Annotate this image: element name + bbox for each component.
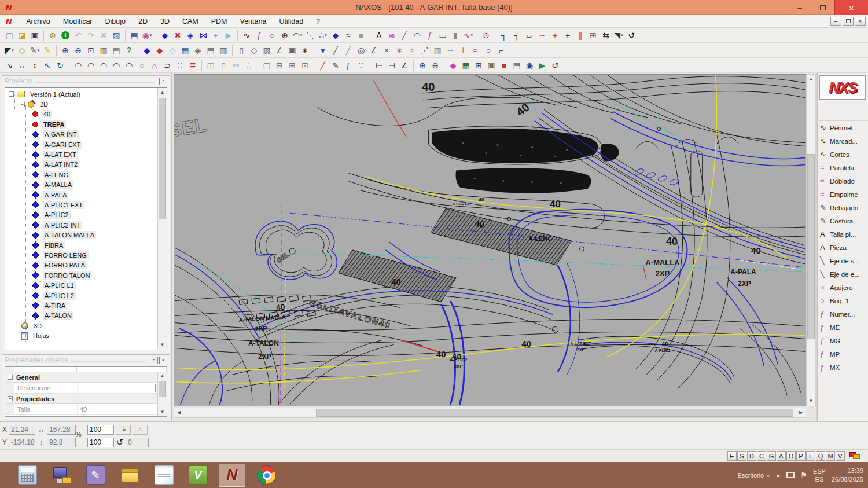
- menu-pdm[interactable]: PDM: [205, 16, 234, 27]
- taskbar-file-explorer[interactable]: [116, 464, 143, 487]
- quick-key-m[interactable]: M: [826, 451, 835, 461]
- pen-tool-button[interactable]: ✎: [329, 59, 342, 72]
- props-scroll-thumb[interactable]: [159, 381, 166, 397]
- snap-arrow-button[interactable]: ◥▾: [612, 29, 625, 42]
- new-piece-button[interactable]: ◆: [329, 29, 342, 42]
- quick-key-g[interactable]: G: [767, 451, 776, 461]
- column-view-button[interactable]: ▯: [235, 44, 248, 57]
- taskbar-design-tool[interactable]: ✎: [82, 464, 109, 487]
- cluster-tool-button[interactable]: ∷: [174, 59, 186, 72]
- prism-tool-button[interactable]: △: [148, 59, 161, 72]
- arc-tool-button[interactable]: ◠▾: [291, 29, 304, 42]
- corner-trim-dotted-button[interactable]: ┑: [510, 29, 523, 42]
- tree-item-a-gar-int[interactable]: A-GAR INT: [5, 130, 157, 140]
- taskbar-naxos[interactable]: N: [219, 464, 245, 487]
- image-view-button[interactable]: ▣: [485, 59, 498, 72]
- mdi-close-button[interactable]: ×: [855, 17, 866, 26]
- measure-ruler-button[interactable]: ▥: [97, 44, 110, 57]
- tool-cortes[interactable]: ∿Cortes: [818, 148, 868, 161]
- export-properties-button[interactable]: ▨: [110, 29, 123, 42]
- restore-button[interactable]: [811, 0, 834, 15]
- highlighter-button[interactable]: ✎: [41, 44, 54, 57]
- menu-ventana[interactable]: Ventana: [234, 16, 273, 27]
- scale-y-input[interactable]: 100: [87, 438, 114, 447]
- clock[interactable]: 13:39 26/08/2025: [832, 467, 863, 484]
- angle-measure-button[interactable]: ∠: [398, 59, 411, 72]
- stack-pieces-button[interactable]: ⊟: [273, 59, 286, 72]
- rectangle-tool-button[interactable]: ▭: [436, 29, 449, 42]
- mdi-restore-button[interactable]: [843, 17, 854, 26]
- collapse-icon[interactable]: −: [8, 375, 13, 380]
- tree-item-a-plic-l2[interactable]: A-PLIC L2: [5, 291, 157, 300]
- minimize-button[interactable]: –: [788, 0, 811, 15]
- tray-expand-icon[interactable]: ▲: [775, 472, 781, 478]
- scale-x-input[interactable]: 100: [87, 425, 114, 435]
- d-path-tool-button[interactable]: ⊃: [161, 59, 174, 72]
- open-file-button[interactable]: ◪: [16, 29, 28, 42]
- tree-item-trepa[interactable]: TREPA: [5, 119, 157, 129]
- star-snap-button[interactable]: ∗: [299, 44, 311, 57]
- properties-scrollbar[interactable]: ▲ ▼: [157, 372, 167, 416]
- quick-key-a[interactable]: A: [777, 451, 786, 461]
- snap-center-button[interactable]: ◎: [355, 44, 367, 57]
- canvas-horizontal-scrollbar[interactable]: ◀ ▶: [174, 408, 806, 418]
- spline-tool-button[interactable]: ƒ: [424, 29, 436, 42]
- mark-cross-button[interactable]: +: [549, 29, 561, 42]
- tree-item-a-plic2[interactable]: A-PLIC2: [5, 210, 157, 220]
- tool-boq-1[interactable]: ○Boq. 1: [818, 294, 868, 307]
- knife-tool-button[interactable]: ╱: [317, 59, 329, 72]
- scroll-down-icon[interactable]: ▼: [158, 408, 167, 416]
- compass-button[interactable]: ∠: [273, 44, 286, 57]
- tree-item-a-talon[interactable]: A-TALON: [5, 311, 157, 321]
- attach-box-button[interactable]: ⊞: [587, 29, 599, 42]
- scroll-down-icon[interactable]: ▼: [807, 397, 815, 406]
- quick-key-s[interactable]: S: [737, 451, 746, 461]
- tree-item-2d[interactable]: −2D: [5, 99, 157, 109]
- quick-key-v[interactable]: V: [836, 451, 845, 461]
- tree-expander-icon[interactable]: −: [9, 91, 14, 97]
- print-button[interactable]: ▤: [110, 44, 123, 57]
- dots-tool-button[interactable]: ∵: [355, 59, 367, 72]
- section-propiedades[interactable]: − Propiedades: [5, 394, 167, 404]
- remove-piece-button[interactable]: ◆: [153, 44, 166, 57]
- menu-archivo[interactable]: Archivo: [20, 16, 57, 27]
- perpendicular-snap-button[interactable]: ⊥: [457, 44, 469, 57]
- tool-costura[interactable]: ✎Costura: [818, 214, 868, 228]
- tool-agujero[interactable]: ○Agujero: [818, 281, 868, 294]
- duplicate-piece-button[interactable]: ▢: [260, 59, 273, 72]
- quick-key-q[interactable]: Q: [816, 451, 825, 461]
- ruler-guide-button[interactable]: ▥: [431, 44, 444, 57]
- mirror-piece-button[interactable]: ⋈: [197, 29, 209, 42]
- taskbar-computer[interactable]: [48, 464, 75, 487]
- stamp-tool-button[interactable]: ▮: [449, 29, 462, 42]
- quick-key-e[interactable]: E: [727, 451, 737, 461]
- zoom-document-button[interactable]: ⊕: [59, 44, 72, 57]
- quick-key-d[interactable]: D: [747, 451, 756, 461]
- calculator-tool-button[interactable]: ▦: [179, 44, 192, 57]
- dock-toggle-button[interactable]: ▫: [150, 357, 158, 364]
- flip-tool-button[interactable]: ↻: [54, 59, 67, 72]
- zoom-previous-button[interactable]: ⊖: [429, 59, 442, 72]
- menu-utilidad[interactable]: Utilidad: [273, 16, 310, 27]
- table-view-button[interactable]: ⊞: [472, 59, 485, 72]
- tree-expander-icon[interactable]: −: [20, 102, 25, 107]
- zoom-page-button[interactable]: ⊡: [84, 44, 97, 57]
- tree-item-a-lat-int2[interactable]: A-LAT INT2: [5, 160, 157, 170]
- offset-outline-button[interactable]: ◇: [16, 44, 28, 57]
- tree-item-40[interactable]: 40: [5, 109, 157, 119]
- tree-item-a-pala[interactable]: A-PALA: [5, 190, 157, 200]
- tool-perimet[interactable]: ∿Perimet...: [818, 121, 868, 134]
- tree-item-a-leng[interactable]: A-LENG: [5, 170, 157, 179]
- measure-from-button[interactable]: ⊢: [373, 59, 385, 72]
- redo-button[interactable]: ↷: [84, 29, 97, 42]
- height-tool-button[interactable]: ↕: [28, 59, 41, 72]
- scroll-up-icon[interactable]: ▲: [807, 75, 815, 84]
- tree-item-hojas[interactable]: Hojas: [5, 331, 157, 340]
- copy-button[interactable]: ◫: [204, 59, 217, 72]
- tool-paralela[interactable]: ≈Paralela: [818, 161, 868, 174]
- point-fan-button[interactable]: ∴: [133, 425, 148, 435]
- scale-tool-button[interactable]: ↘: [3, 59, 16, 72]
- collapse-icon[interactable]: −: [8, 396, 13, 401]
- tool-pieza[interactable]: APieza: [818, 241, 868, 254]
- tree-scroll-thumb[interactable]: [159, 98, 166, 219]
